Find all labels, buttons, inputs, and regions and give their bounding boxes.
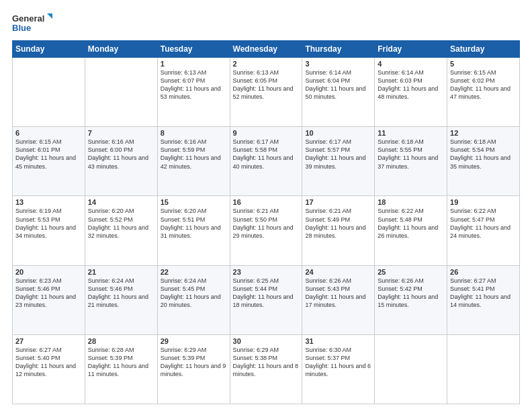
calendar-week-row: 13Sunrise: 6:19 AMSunset: 5:53 PMDayligh…	[13, 196, 520, 265]
day-info: Sunrise: 6:27 AMSunset: 5:40 PMDaylight:…	[15, 346, 82, 379]
day-number: 10	[305, 129, 371, 137]
calendar-week-row: 1Sunrise: 6:13 AMSunset: 6:07 PMDaylight…	[13, 58, 520, 127]
day-number: 28	[88, 337, 154, 345]
svg-marker-2	[47, 13, 52, 19]
day-number: 22	[161, 268, 227, 276]
day-number: 24	[305, 268, 371, 276]
calendar-cell: 1Sunrise: 6:13 AMSunset: 6:07 PMDaylight…	[157, 58, 230, 127]
day-info: Sunrise: 6:27 AMSunset: 5:41 PMDaylight:…	[450, 277, 517, 310]
calendar-week-row: 6Sunrise: 6:15 AMSunset: 6:01 PMDaylight…	[13, 127, 520, 196]
day-info: Sunrise: 6:16 AMSunset: 5:59 PMDaylight:…	[161, 138, 227, 171]
calendar-cell: 21Sunrise: 6:24 AMSunset: 5:46 PMDayligh…	[85, 265, 157, 334]
day-info: Sunrise: 6:17 AMSunset: 5:57 PMDaylight:…	[305, 138, 371, 171]
day-info: Sunrise: 6:20 AMSunset: 5:52 PMDaylight:…	[88, 207, 154, 240]
day-number: 26	[450, 268, 517, 276]
day-number: 14	[88, 198, 154, 206]
day-info: Sunrise: 6:19 AMSunset: 5:53 PMDaylight:…	[15, 207, 82, 240]
calendar-table: SundayMondayTuesdayWednesdayThursdayFrid…	[12, 40, 520, 404]
day-number: 2	[233, 60, 300, 68]
calendar-body: 1Sunrise: 6:13 AMSunset: 6:07 PMDaylight…	[13, 58, 520, 404]
day-info: Sunrise: 6:26 AMSunset: 5:42 PMDaylight:…	[378, 277, 444, 310]
day-number: 3	[305, 60, 371, 68]
calendar-cell: 5Sunrise: 6:15 AMSunset: 6:02 PMDaylight…	[447, 58, 520, 127]
calendar-week-row: 20Sunrise: 6:23 AMSunset: 5:46 PMDayligh…	[13, 265, 520, 334]
calendar-header-row: SundayMondayTuesdayWednesdayThursdayFrid…	[13, 41, 520, 58]
calendar-cell: 27Sunrise: 6:27 AMSunset: 5:40 PMDayligh…	[13, 334, 85, 404]
calendar-cell: 22Sunrise: 6:24 AMSunset: 5:45 PMDayligh…	[157, 265, 230, 334]
calendar-cell: 20Sunrise: 6:23 AMSunset: 5:46 PMDayligh…	[13, 265, 85, 334]
day-info: Sunrise: 6:17 AMSunset: 5:58 PMDaylight:…	[233, 138, 300, 171]
day-info: Sunrise: 6:15 AMSunset: 6:01 PMDaylight:…	[15, 138, 82, 171]
day-info: Sunrise: 6:26 AMSunset: 5:43 PMDaylight:…	[305, 277, 371, 310]
calendar-cell: 13Sunrise: 6:19 AMSunset: 5:53 PMDayligh…	[13, 196, 85, 265]
day-number: 5	[450, 60, 517, 68]
day-info: Sunrise: 6:25 AMSunset: 5:44 PMDaylight:…	[233, 277, 300, 310]
day-number: 17	[305, 198, 371, 206]
calendar-header-thursday: Thursday	[302, 41, 375, 58]
calendar-header-sunday: Sunday	[13, 41, 85, 58]
calendar-cell: 23Sunrise: 6:25 AMSunset: 5:44 PMDayligh…	[230, 265, 302, 334]
day-number: 12	[450, 129, 517, 137]
day-info: Sunrise: 6:15 AMSunset: 6:02 PMDaylight:…	[450, 68, 517, 101]
day-info: Sunrise: 6:30 AMSunset: 5:37 PMDaylight:…	[305, 346, 371, 379]
svg-text:Blue: Blue	[12, 23, 31, 33]
day-number: 7	[88, 129, 154, 137]
day-number: 30	[233, 337, 300, 345]
calendar-cell: 4Sunrise: 6:14 AMSunset: 6:03 PMDaylight…	[375, 58, 447, 127]
day-number: 19	[450, 198, 517, 206]
day-number: 20	[15, 268, 82, 276]
calendar-week-row: 27Sunrise: 6:27 AMSunset: 5:40 PMDayligh…	[13, 334, 520, 404]
day-info: Sunrise: 6:14 AMSunset: 6:04 PMDaylight:…	[305, 68, 371, 101]
day-number: 15	[161, 198, 227, 206]
calendar-cell: 18Sunrise: 6:22 AMSunset: 5:48 PMDayligh…	[375, 196, 447, 265]
calendar-cell: 30Sunrise: 6:29 AMSunset: 5:38 PMDayligh…	[230, 334, 302, 404]
day-info: Sunrise: 6:13 AMSunset: 6:07 PMDaylight:…	[161, 68, 227, 101]
calendar-cell: 12Sunrise: 6:18 AMSunset: 5:54 PMDayligh…	[447, 127, 520, 196]
calendar-cell: 25Sunrise: 6:26 AMSunset: 5:42 PMDayligh…	[375, 265, 447, 334]
calendar-cell: 6Sunrise: 6:15 AMSunset: 6:01 PMDaylight…	[13, 127, 85, 196]
day-info: Sunrise: 6:23 AMSunset: 5:46 PMDaylight:…	[15, 277, 82, 310]
calendar-cell: 11Sunrise: 6:18 AMSunset: 5:55 PMDayligh…	[375, 127, 447, 196]
day-info: Sunrise: 6:22 AMSunset: 5:48 PMDaylight:…	[378, 207, 444, 240]
day-number: 29	[161, 337, 227, 345]
day-number: 25	[378, 268, 444, 276]
calendar-cell: 9Sunrise: 6:17 AMSunset: 5:58 PMDaylight…	[230, 127, 302, 196]
calendar-cell: 16Sunrise: 6:21 AMSunset: 5:50 PMDayligh…	[230, 196, 302, 265]
day-info: Sunrise: 6:13 AMSunset: 6:05 PMDaylight:…	[233, 68, 300, 101]
calendar-cell	[447, 334, 520, 404]
day-info: Sunrise: 6:18 AMSunset: 5:55 PMDaylight:…	[378, 138, 444, 171]
day-info: Sunrise: 6:29 AMSunset: 5:38 PMDaylight:…	[233, 346, 300, 379]
day-number: 16	[233, 198, 300, 206]
calendar-header-tuesday: Tuesday	[157, 41, 230, 58]
calendar-cell: 28Sunrise: 6:28 AMSunset: 5:39 PMDayligh…	[85, 334, 157, 404]
day-info: Sunrise: 6:14 AMSunset: 6:03 PMDaylight:…	[378, 68, 444, 101]
calendar-cell: 14Sunrise: 6:20 AMSunset: 5:52 PMDayligh…	[85, 196, 157, 265]
calendar-cell: 26Sunrise: 6:27 AMSunset: 5:41 PMDayligh…	[447, 265, 520, 334]
calendar-cell: 19Sunrise: 6:22 AMSunset: 5:47 PMDayligh…	[447, 196, 520, 265]
day-number: 23	[233, 268, 300, 276]
calendar-header-friday: Friday	[375, 41, 447, 58]
calendar-cell	[13, 58, 85, 127]
day-info: Sunrise: 6:20 AMSunset: 5:51 PMDaylight:…	[161, 207, 227, 240]
day-info: Sunrise: 6:22 AMSunset: 5:47 PMDaylight:…	[450, 207, 517, 240]
calendar-cell: 2Sunrise: 6:13 AMSunset: 6:05 PMDaylight…	[230, 58, 302, 127]
day-info: Sunrise: 6:24 AMSunset: 5:46 PMDaylight:…	[88, 277, 154, 310]
calendar-cell: 31Sunrise: 6:30 AMSunset: 5:37 PMDayligh…	[302, 334, 375, 404]
day-info: Sunrise: 6:24 AMSunset: 5:45 PMDaylight:…	[161, 277, 227, 310]
calendar-cell: 10Sunrise: 6:17 AMSunset: 5:57 PMDayligh…	[302, 127, 375, 196]
day-info: Sunrise: 6:21 AMSunset: 5:49 PMDaylight:…	[305, 207, 371, 240]
logo-svg: General Blue	[12, 11, 52, 35]
day-number: 1	[161, 60, 227, 68]
calendar-cell	[85, 58, 157, 127]
calendar-cell: 17Sunrise: 6:21 AMSunset: 5:49 PMDayligh…	[302, 196, 375, 265]
calendar-cell: 7Sunrise: 6:16 AMSunset: 6:00 PMDaylight…	[85, 127, 157, 196]
header: General Blue	[12, 11, 520, 35]
day-number: 8	[161, 129, 227, 137]
day-number: 9	[233, 129, 300, 137]
day-number: 13	[15, 198, 82, 206]
calendar-cell: 3Sunrise: 6:14 AMSunset: 6:04 PMDaylight…	[302, 58, 375, 127]
day-info: Sunrise: 6:16 AMSunset: 6:00 PMDaylight:…	[88, 138, 154, 171]
calendar-header-wednesday: Wednesday	[230, 41, 302, 58]
day-number: 6	[15, 129, 82, 137]
calendar-cell	[375, 334, 447, 404]
